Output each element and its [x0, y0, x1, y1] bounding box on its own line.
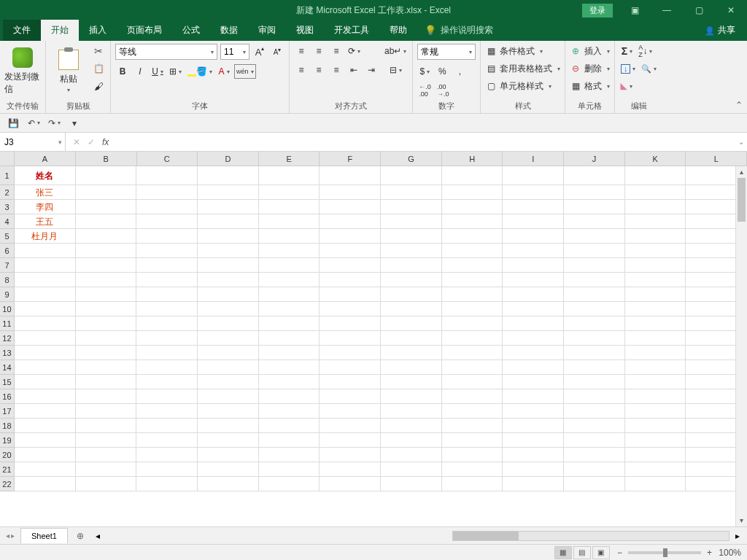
cell-B4[interactable] — [76, 214, 137, 229]
row-header-1[interactable]: 1 — [0, 166, 15, 185]
cell-G1[interactable] — [381, 166, 442, 185]
cell-B5[interactable] — [76, 229, 137, 244]
cancel-formula-button[interactable]: ✕ — [73, 137, 80, 147]
cell-F18[interactable] — [320, 419, 381, 433]
cell-A6[interactable] — [15, 244, 76, 258]
tab-review[interactable]: 审阅 — [248, 20, 286, 41]
cell-E1[interactable] — [259, 166, 320, 185]
cell-C13[interactable] — [136, 346, 198, 360]
insert-cells-button[interactable]: ⊕插入 — [570, 44, 610, 58]
minimize-button[interactable]: — — [651, 0, 683, 20]
cell-J18[interactable] — [564, 419, 625, 433]
close-button[interactable]: ✕ — [715, 0, 747, 20]
cell-A12[interactable] — [15, 331, 76, 346]
tab-insert[interactable]: 插入 — [79, 20, 117, 41]
zoom-percent[interactable]: 100% — [712, 548, 741, 558]
cell-F13[interactable] — [320, 346, 381, 360]
number-format-select[interactable]: 常规 — [417, 44, 476, 60]
hscroll-left-button[interactable]: ◂ — [96, 531, 100, 541]
send-to-wechat-button[interactable]: 发送到微信 — [4, 44, 41, 98]
cell-H16[interactable] — [442, 389, 503, 404]
cell-J7[interactable] — [564, 258, 625, 273]
align-left-button[interactable]: ≡ — [294, 63, 309, 77]
column-header-G[interactable]: G — [381, 152, 442, 166]
cell-E20[interactable] — [259, 448, 320, 462]
cell-J16[interactable] — [564, 389, 625, 404]
row-header-14[interactable]: 14 — [0, 360, 15, 375]
cell-I20[interactable] — [503, 448, 564, 462]
cell-K10[interactable] — [625, 302, 686, 316]
align-center-button[interactable]: ≡ — [311, 63, 326, 77]
login-button[interactable]: 登录 — [582, 4, 613, 18]
cell-B12[interactable] — [76, 331, 137, 346]
column-header-F[interactable]: F — [320, 152, 381, 166]
cell-F6[interactable] — [320, 244, 381, 258]
cell-D5[interactable] — [198, 229, 259, 244]
cell-A22[interactable] — [15, 477, 76, 491]
cell-G16[interactable] — [381, 389, 442, 404]
cell-J4[interactable] — [564, 214, 625, 229]
fill-color-button[interactable]: 🪣 — [186, 64, 214, 79]
cell-F15[interactable] — [320, 375, 381, 389]
wrap-text-button[interactable]: ab↵ — [383, 44, 408, 58]
cell-K13[interactable] — [625, 346, 686, 360]
cell-G8[interactable] — [381, 273, 442, 287]
row-header-18[interactable]: 18 — [0, 419, 15, 433]
format-cells-button[interactable]: ▦格式 — [570, 79, 610, 93]
row-header-7[interactable]: 7 — [0, 258, 15, 273]
row-header-17[interactable]: 17 — [0, 404, 15, 419]
row-header-2[interactable]: 2 — [0, 185, 15, 200]
cell-A2[interactable]: 张三 — [15, 185, 76, 200]
clear-button[interactable] — [619, 79, 634, 93]
tab-file[interactable]: 文件 — [3, 20, 41, 41]
cell-K21[interactable] — [625, 462, 686, 477]
cell-D2[interactable] — [198, 185, 259, 200]
cell-F9[interactable] — [320, 287, 381, 302]
tab-developer[interactable]: 开发工具 — [324, 20, 379, 41]
cell-F10[interactable] — [320, 302, 381, 316]
cell-F3[interactable] — [320, 200, 381, 214]
cut-button[interactable] — [91, 44, 106, 58]
cell-A11[interactable] — [15, 316, 76, 331]
column-header-B[interactable]: B — [76, 152, 137, 166]
cell-B13[interactable] — [76, 346, 137, 360]
cell-E18[interactable] — [259, 419, 320, 433]
cell-D1[interactable] — [198, 166, 259, 185]
column-header-D[interactable]: D — [198, 152, 259, 166]
fill-button[interactable] — [619, 61, 637, 76]
align-bottom-button[interactable]: ≡ — [329, 44, 344, 58]
cell-J3[interactable] — [564, 200, 625, 214]
column-header-J[interactable]: J — [564, 152, 625, 166]
row-header-8[interactable]: 8 — [0, 273, 15, 287]
decrease-indent-button[interactable]: ⇤ — [347, 63, 361, 77]
cell-I17[interactable] — [503, 404, 564, 419]
cell-H20[interactable] — [442, 448, 503, 462]
collapse-ribbon-button[interactable]: ⌃ — [735, 100, 743, 110]
cell-G7[interactable] — [381, 258, 442, 273]
font-color-button[interactable]: A — [217, 64, 231, 79]
cell-F7[interactable] — [320, 258, 381, 273]
cell-I11[interactable] — [503, 316, 564, 331]
cell-E12[interactable] — [259, 331, 320, 346]
autosum-button[interactable] — [619, 44, 634, 58]
cell-K16[interactable] — [625, 389, 686, 404]
cell-K20[interactable] — [625, 448, 686, 462]
cell-G17[interactable] — [381, 404, 442, 419]
tab-home[interactable]: 开始 — [41, 20, 79, 41]
cell-H14[interactable] — [442, 360, 503, 375]
cell-K7[interactable] — [625, 258, 686, 273]
cell-D15[interactable] — [198, 375, 259, 389]
expand-formula-bar-button[interactable]: ⌄ — [738, 138, 744, 146]
copy-button[interactable] — [91, 61, 106, 76]
cell-J6[interactable] — [564, 244, 625, 258]
enter-formula-button[interactable]: ✓ — [88, 137, 95, 147]
cell-C8[interactable] — [136, 273, 198, 287]
row-header-16[interactable]: 16 — [0, 389, 15, 404]
cell-D11[interactable] — [198, 316, 259, 331]
cell-G14[interactable] — [381, 360, 442, 375]
cell-F17[interactable] — [320, 404, 381, 419]
cell-C2[interactable] — [136, 185, 198, 200]
grid-body[interactable]: 1姓名2张三3李四4王五5杜月月678910111213141516171819… — [0, 166, 747, 526]
cell-styles-button[interactable]: ▢单元格样式 — [485, 79, 560, 93]
cell-J11[interactable] — [564, 316, 625, 331]
